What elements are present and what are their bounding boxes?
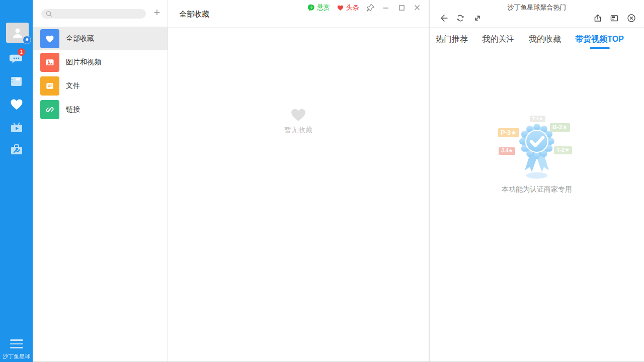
- pin-icon[interactable]: [366, 3, 375, 12]
- hot-panel: 沙丁鱼星球聚合热门: [429, 0, 644, 361]
- heart-icon: [45, 34, 55, 44]
- grade-tag: J-4★: [499, 147, 515, 155]
- search-icon: [46, 11, 52, 17]
- left-rail: e 1 沙丁鱼星球: [0, 0, 33, 362]
- favorites-heart-icon[interactable]: [10, 98, 24, 112]
- grade-tag: T-2★: [554, 146, 572, 154]
- search-input[interactable]: [41, 9, 146, 19]
- app-window: e 1 沙丁鱼星球: [0, 0, 644, 362]
- share-icon[interactable]: [593, 14, 602, 23]
- headline-label: 头条: [346, 3, 359, 12]
- video-tv-icon[interactable]: [10, 121, 24, 135]
- reward-question-icon: ?: [308, 4, 315, 11]
- expand-icon[interactable]: [473, 14, 482, 23]
- collection-item-label: 图片和视频: [66, 58, 101, 67]
- svg-text:?: ?: [310, 6, 313, 10]
- search-row: +: [33, 0, 168, 27]
- empty-state-text: 暂无收藏: [284, 126, 312, 135]
- image-icon: [45, 57, 55, 67]
- collection-item[interactable]: 全部收藏: [33, 27, 168, 50]
- collection-item[interactable]: 文件: [33, 74, 168, 98]
- collection-item-label: 全部收藏: [66, 34, 94, 43]
- collection-item[interactable]: 链接: [33, 98, 168, 121]
- back-icon[interactable]: [439, 14, 448, 23]
- headline-heart-icon: [337, 4, 344, 11]
- link-icon: [45, 105, 55, 115]
- notebook-icon[interactable]: [10, 74, 24, 88]
- tab-my-follow[interactable]: 我的关注: [482, 34, 514, 45]
- reward-label: 悬赏: [317, 3, 330, 12]
- maximize-button[interactable]: [397, 3, 406, 12]
- refresh-icon[interactable]: [456, 14, 465, 23]
- avatar[interactable]: e: [6, 23, 29, 43]
- main-header: 全部收藏 ? 悬赏 头条: [168, 0, 429, 28]
- chat-unread-badge: 1: [18, 48, 25, 56]
- reward-button[interactable]: ? 悬赏: [308, 3, 330, 12]
- collections-panel: + 全部收藏 图片和视频: [33, 0, 168, 361]
- tab-video-top[interactable]: 带货视频TOP: [575, 34, 624, 49]
- collection-item-label: 文件: [66, 81, 80, 90]
- page-title: 全部收藏: [179, 10, 209, 19]
- grade-tag: B-2★: [550, 123, 570, 132]
- toolbox-icon[interactable]: [10, 143, 24, 157]
- window-icon[interactable]: [610, 14, 619, 23]
- grade-tag: P-3★: [498, 128, 519, 137]
- file-icon: [45, 81, 55, 91]
- person-icon: [11, 26, 24, 39]
- browser-badge-icon: e: [23, 36, 31, 44]
- hot-panel-header: 沙丁鱼星球聚合热门: [430, 0, 644, 28]
- empty-state: 暂无收藏: [168, 106, 429, 135]
- hot-panel-title: 沙丁鱼星球聚合热门: [430, 0, 644, 12]
- empty-heart-icon: [289, 106, 308, 123]
- collection-item-label: 链接: [66, 105, 80, 114]
- add-collection-button[interactable]: +: [151, 8, 163, 19]
- certified-only-text: 本功能为认证商家专用: [430, 185, 644, 194]
- app-name-label: 沙丁鱼星球: [0, 353, 33, 360]
- tab-hot-recommend[interactable]: 热门推荐: [436, 34, 468, 45]
- headline-button[interactable]: 头条: [337, 3, 359, 12]
- close-button[interactable]: [413, 3, 422, 12]
- hot-tabs: 热门推荐 我的关注 我的收藏 带货视频TOP: [430, 28, 644, 49]
- tab-my-favorites[interactable]: 我的收藏: [529, 34, 561, 45]
- main-panel: 全部收藏 ? 悬赏 头条: [168, 0, 429, 361]
- certified-badge-illustration: T-1★ B-2★ P-3★ J-4★ T-2★: [430, 113, 644, 181]
- minimize-button[interactable]: [381, 3, 390, 12]
- grade-tag: T-1★: [530, 116, 545, 122]
- close-circle-icon[interactable]: [627, 14, 636, 23]
- menu-icon[interactable]: [10, 339, 23, 348]
- collection-item[interactable]: 图片和视频: [33, 50, 168, 74]
